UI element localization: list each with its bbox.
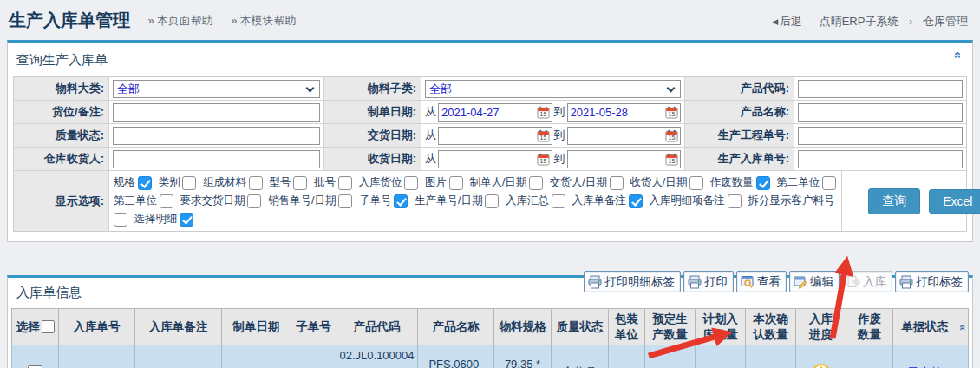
to-label: 到 [554,128,565,143]
svg-text:15: 15 [539,135,546,141]
warehouse-module-link[interactable]: 仓库管理 [923,15,968,28]
calendar-icon[interactable]: 15 [665,153,678,166]
display-option: 批号 [314,176,352,188]
receive-date-to-input[interactable] [568,152,666,167]
checkbox[interactable] [404,176,418,190]
calendar-icon[interactable]: 15 [665,129,678,142]
svg-text:15: 15 [669,111,676,117]
col-remark: 入库单备注 [135,309,222,345]
display-option: 规格 [114,176,152,188]
calendar-icon[interactable]: 15 [537,129,550,142]
warehouse-receiver-label: 仓库收货人: [14,148,109,171]
checkbox[interactable] [485,194,499,208]
chevron-down-icon [306,83,315,92]
calendar-icon[interactable]: 15 [665,106,678,119]
checkbox[interactable] [756,176,770,190]
display-option: 销售单号/日期 [268,194,352,207]
select-all-checkbox[interactable] [42,320,55,333]
top-bar: 生产入库单管理 »本页面帮助 »本模块帮助 ◀后退 点晴ERP子系统 › 仓库管… [0,0,980,40]
material-category-select[interactable]: 全部 [113,80,320,98]
stock-in-button[interactable]: 入库 [842,271,892,292]
cell-unit: PCS [609,345,645,368]
excel-button[interactable]: Excel [929,189,980,214]
display-option: 选择明细 [134,213,193,225]
checkbox[interactable] [728,194,742,208]
checkbox[interactable] [338,194,352,208]
calendar-icon[interactable]: 15 [537,153,550,166]
edit-button[interactable]: 编辑 [789,271,840,292]
display-option: 入库明细项备注 [649,194,742,207]
cell-sub-order-no: 943 [291,345,336,368]
material-category-label: 物料大类: [14,77,109,101]
checkbox[interactable] [449,176,463,190]
calendar-icon[interactable]: 15 [537,106,550,119]
collapse-panel-icon[interactable]: « [951,51,964,58]
engineering-no-input[interactable] [798,127,963,145]
clock-icon[interactable] [812,363,831,368]
inbound-no-label: 生产入库单号: [685,148,794,171]
erp-system-link[interactable]: 点晴ERP子系统 [820,15,899,28]
inbound-no-input[interactable] [798,150,963,168]
warehouse-receiver-input[interactable] [113,150,320,168]
checkbox[interactable] [629,194,643,208]
print-detail-labels-button[interactable]: 打印明细标签 [584,271,681,292]
checkbox[interactable] [822,176,836,190]
quality-status-input[interactable] [113,127,320,145]
checkbox[interactable] [114,213,127,227]
location-remark-input[interactable] [113,103,320,122]
display-option: 入库单备注 [572,194,643,207]
col-status: 单据状态 [893,309,957,345]
print-labels-button[interactable]: 打印标签 [895,271,969,292]
breadcrumb-separator: › [909,15,912,28]
checkbox[interactable] [338,176,352,190]
breadcrumb: ◀后退 点晴ERP子系统 › 仓库管理 [772,14,968,30]
col-planned-inbound: 计划入 库数量 [696,309,746,345]
checkbox[interactable] [689,176,703,190]
product-code-input[interactable] [798,80,963,98]
checkbox[interactable] [180,213,193,227]
col-progress: 入库 进度 [796,309,846,345]
delivery-date-from-input[interactable] [439,128,537,143]
display-option: 制单人/日期 [469,176,543,188]
module-help-link[interactable]: »本模块帮助 [231,13,296,29]
checkbox[interactable] [247,194,261,208]
delivery-date-to-input[interactable] [568,128,666,143]
cell-quality: 合格品 [552,345,609,368]
col-product-code: 产品代码 [336,309,418,345]
display-option: 第三单位 [114,194,173,207]
receive-date-from-input[interactable] [439,152,537,167]
guillemet-icon: » [147,14,154,27]
display-option: 子单号 [359,194,408,207]
checkbox[interactable] [552,194,565,208]
back-label: 后退 [780,15,802,28]
display-option: 拆分显示客户料号 [748,194,834,207]
toolbar: 打印明细标签 打印 查看 编辑 入库 打印标签 [584,271,969,292]
query-buttons: 查询 Excel [842,171,980,231]
display-option: 交货人/日期 [550,176,624,188]
display-option: 第二单位 [776,176,836,188]
page-help-link[interactable]: »本页面帮助 [147,13,212,29]
product-name-input[interactable] [798,103,963,122]
material-subcategory-select[interactable]: 全部 [425,80,681,98]
view-button[interactable]: 查看 [736,271,787,292]
display-option: 生产单号/日期 [415,194,499,207]
checkbox[interactable] [249,176,263,190]
checkbox[interactable] [182,176,196,190]
collapse-columns-icon[interactable]: « [956,324,970,330]
print-button[interactable]: 打印 [683,271,734,292]
create-date-from-input[interactable] [439,105,537,120]
back-link[interactable]: ◀后退 [772,15,802,28]
checkbox[interactable] [529,176,543,190]
checkbox[interactable] [138,176,152,190]
col-unit: 包装 单位 [609,309,645,345]
checkbox[interactable] [394,194,408,208]
detail-panel: 入库单信息 打印明细标签 打印 查看 编辑 入库 打印标签 选择 入库单号 入库… [7,275,973,368]
cell-planned-inbound: 100 [696,345,746,368]
search-button[interactable]: 查询 [868,188,920,214]
checkbox[interactable] [610,176,624,190]
to-label: 到 [554,151,565,167]
checkbox[interactable] [160,194,173,208]
create-date-to-input[interactable] [568,105,666,120]
table-row: PR2100003 2021-5-25 943 02.JL0.10000431.… [12,345,969,368]
checkbox[interactable] [293,176,307,190]
